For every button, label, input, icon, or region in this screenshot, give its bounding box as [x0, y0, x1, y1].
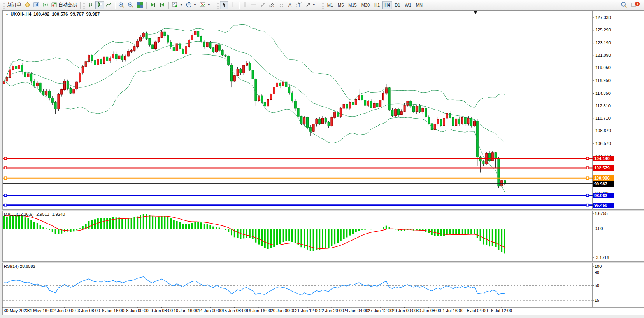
axis-ticks [16, 18, 594, 308]
horizontal-line-button[interactable] [249, 1, 258, 9]
line-anchor[interactable] [586, 194, 589, 197]
chart-shift-marker[interactable] [474, 11, 477, 14]
timeframe-h1[interactable]: H1 [372, 1, 382, 9]
ohlc-close: 99.987 [86, 12, 100, 16]
timeframe-m1[interactable]: M1 [325, 1, 335, 9]
ohlc-high: 100.576 [52, 12, 68, 16]
indicators-icon [200, 2, 206, 8]
indicators-button[interactable]: ▼ [198, 1, 212, 9]
timeframe-d1[interactable]: D1 [392, 1, 402, 9]
new-order-button[interactable]: 新订单 [6, 1, 23, 9]
chevron-down-icon: ▼ [207, 3, 211, 7]
rsi-label: RSI(14) 28.6582 [4, 264, 35, 269]
chevron-down-icon: ▼ [312, 3, 316, 7]
svg-text:A: A [288, 2, 291, 8]
arrows-icon [305, 2, 311, 8]
tile-windows-button[interactable] [135, 1, 145, 9]
timeframe-h4[interactable]: H4 [382, 1, 392, 9]
notifications-button[interactable]: 1 [629, 1, 639, 9]
notification-badge: 1 [635, 2, 640, 6]
zoom-out-button[interactable] [126, 1, 135, 9]
toolbar: 新订单 自动交易 ▼ [0, 0, 644, 10]
svg-text:E: E [273, 5, 275, 8]
trendline-button[interactable] [258, 1, 267, 9]
auto-scroll-button[interactable] [148, 1, 158, 9]
timeframe-m30[interactable]: M30 [359, 1, 372, 9]
crosshair-button[interactable] [228, 1, 237, 9]
chart-shift-button[interactable] [158, 1, 167, 9]
data-window-icon[interactable] [32, 1, 41, 9]
bar-chart-button[interactable] [86, 1, 95, 9]
chart-canvas[interactable] [0, 0, 644, 318]
line-chart-button[interactable] [104, 1, 113, 9]
text-button[interactable]: A [286, 1, 295, 9]
new-chart-icon [172, 2, 178, 8]
timeframe-m5[interactable]: M5 [335, 1, 346, 9]
svg-text:F: F [283, 5, 284, 8]
gold-diamond-icon[interactable] [23, 1, 32, 9]
period-button[interactable]: ▼ [184, 1, 198, 9]
text-label-button[interactable]: T [295, 1, 304, 9]
chart-title: ▼UKOil-,H4100.492100.57699.76799.987 [5, 12, 100, 16]
line-anchor[interactable] [586, 157, 589, 160]
macd-label: MACD(12,26,9) -2.9513 -1.9240 [4, 212, 65, 217]
macd-histogram [3, 214, 505, 254]
status-strip [0, 315, 644, 318]
panel-divider-macd[interactable] [2, 209, 644, 211]
auto-trading-label: 自动交易 [58, 2, 77, 8]
line-anchor[interactable] [4, 157, 7, 160]
equidistant-channel-button[interactable]: E [267, 1, 277, 9]
timeframe-mn[interactable]: MN [414, 1, 425, 9]
ohlc-low: 99.767 [70, 12, 84, 16]
new-order-label: 新订单 [7, 2, 21, 8]
chevron-down-icon: ▼ [193, 3, 197, 7]
chevron-down-icon: ▼ [180, 3, 183, 7]
toolbar-grip [3, 2, 5, 9]
ohlc-open: 100.492 [33, 12, 49, 16]
vertical-line-button[interactable] [241, 1, 249, 9]
timeframe-m15[interactable]: M15 [346, 1, 359, 9]
auto-trading-icon [51, 2, 57, 8]
line-anchor[interactable] [4, 177, 7, 179]
line-anchor[interactable] [586, 167, 589, 169]
signals-icon[interactable] [41, 1, 50, 9]
svg-text:T: T [298, 3, 300, 7]
auto-trading-button[interactable]: 自动交易 [50, 1, 79, 9]
new-chart-button[interactable]: ▼ [170, 1, 184, 9]
clock-icon [186, 2, 192, 8]
line-anchor[interactable] [4, 204, 7, 206]
arrows-button[interactable]: ▼ [304, 1, 317, 9]
candlestick-chart-button[interactable] [95, 1, 104, 9]
symbol-timeframe: UKOil-,H4 [11, 12, 31, 16]
line-anchor[interactable] [4, 194, 7, 197]
timeframe-group: M1M5M15M30H1H4D1W1MN [325, 1, 425, 9]
bollinger-bands [4, 24, 505, 192]
cursor-button[interactable] [220, 1, 228, 9]
zoom-in-button[interactable] [117, 1, 126, 9]
line-anchor[interactable] [586, 177, 589, 179]
panel-divider-rsi[interactable] [2, 261, 644, 263]
timeframe-w1[interactable]: W1 [402, 1, 414, 9]
fibonacci-button[interactable]: F [277, 1, 286, 9]
collapse-triangle-icon[interactable]: ▼ [5, 13, 9, 16]
search-icon[interactable] [619, 1, 629, 9]
line-anchor[interactable] [586, 204, 589, 206]
line-anchor[interactable] [4, 167, 7, 169]
